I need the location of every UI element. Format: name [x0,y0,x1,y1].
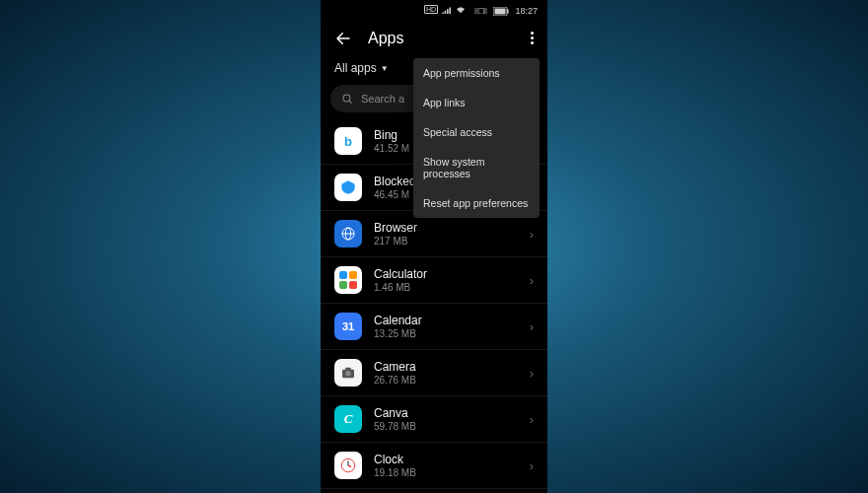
app-icon-blocked [334,174,362,201]
app-name: Calendar [374,314,530,327]
menu-app-links[interactable]: App links [413,88,540,117]
app-row-browser[interactable]: Browser 217 MB › [321,211,547,257]
caret-down-icon: ▼ [381,64,389,73]
menu-special-access[interactable]: Special access [413,117,540,147]
chevron-right-icon: › [530,458,534,473]
app-size: 19.18 MB [374,467,530,478]
app-name: Browser [374,221,530,235]
more-menu-button[interactable] [531,32,534,44]
svg-rect-1 [495,8,506,14]
svg-rect-11 [349,281,357,289]
app-icon-calculator [334,266,362,294]
search-placeholder: Search a [361,93,404,105]
svg-rect-8 [339,271,347,279]
menu-show-system-processes[interactable]: Show system processes [413,147,540,188]
svg-rect-2 [507,9,509,13]
signal-icon [442,6,452,14]
app-icon-canva: C [334,405,362,433]
app-row-calculator[interactable]: Calculator 1.46 MB › [321,257,547,304]
svg-line-4 [349,101,351,103]
chevron-right-icon: › [530,412,534,427]
chevron-right-icon: › [530,273,534,288]
app-size: 1.46 MB [374,282,530,293]
chevron-right-icon: › [530,227,534,242]
app-size: 26.76 MB [374,375,530,386]
app-name: Clock [374,453,530,466]
vibrate-icon: ⫴□⫴ [474,6,487,17]
overflow-menu: App permissions App links Special access… [413,58,540,218]
page-title: Apps [368,30,403,47]
wifi-icon [456,6,466,14]
app-icon-browser [334,220,362,247]
app-size: 59.78 MB [374,421,530,432]
svg-point-13 [345,371,350,376]
svg-rect-14 [345,368,350,371]
menu-reset-app-preferences[interactable]: Reset app preferences [413,188,540,218]
app-icon-calendar: 31 [334,313,362,340]
hd-icon: HD [424,5,438,14]
chevron-right-icon: › [530,366,534,381]
app-row-canva[interactable]: C Canva 59.78 MB › [321,396,547,443]
battery-icon [493,7,509,16]
search-icon [342,94,353,105]
phone-screen: HD ⫴□⫴ 18:27 Apps All apps ▼ Search a b … [321,0,547,493]
app-size: 217 MB [374,236,530,246]
app-size: 13.25 MB [374,328,530,339]
svg-rect-9 [349,271,357,279]
app-name: Calculator [374,267,530,281]
menu-app-permissions[interactable]: App permissions [413,58,540,88]
svg-point-3 [343,95,350,102]
app-name: Canva [374,406,530,420]
app-row-calendar[interactable]: 31 Calendar 13.25 MB › [321,304,547,350]
app-icon-bing: b [334,127,362,155]
status-bar: HD ⫴□⫴ 18:27 [321,0,547,22]
app-icon-camera [334,359,362,387]
back-button[interactable] [334,30,352,47]
clock-time: 18:27 [515,6,538,16]
svg-rect-10 [339,281,347,289]
app-row-clock[interactable]: Clock 19.18 MB › [321,443,547,489]
app-icon-clock [334,452,362,479]
app-header: Apps [321,22,547,55]
filter-label: All apps [334,61,377,75]
chevron-right-icon: › [530,319,534,334]
app-name: Camera [374,360,530,374]
app-row-camera[interactable]: Camera 26.76 MB › [321,350,547,396]
